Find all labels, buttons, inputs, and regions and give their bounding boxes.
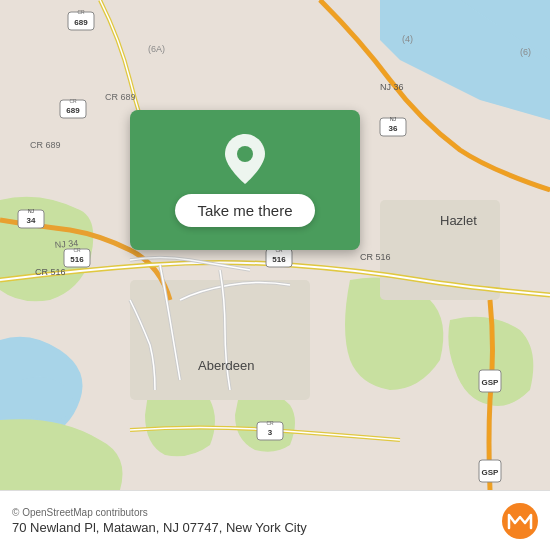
svg-text:(6): (6)	[520, 47, 531, 57]
svg-text:34: 34	[27, 216, 36, 225]
svg-text:NJ: NJ	[390, 116, 397, 122]
svg-text:CR 516: CR 516	[360, 252, 391, 262]
svg-text:NJ 36: NJ 36	[380, 82, 404, 92]
svg-text:36: 36	[389, 124, 398, 133]
svg-text:GSP: GSP	[482, 378, 500, 387]
svg-text:NJ: NJ	[28, 208, 35, 214]
address-text: 70 Newland Pl, Matawan, NJ 07747, New Yo…	[12, 520, 307, 535]
svg-text:689: 689	[74, 18, 88, 27]
moovit-logo	[502, 503, 538, 539]
bottom-info: © OpenStreetMap contributors 70 Newland …	[12, 507, 307, 535]
svg-text:(4): (4)	[402, 34, 413, 44]
svg-point-39	[237, 146, 253, 162]
popup-panel: Take me there	[130, 110, 360, 250]
svg-text:516: 516	[272, 255, 286, 264]
svg-text:GSP: GSP	[482, 468, 500, 477]
svg-text:CR: CR	[77, 9, 85, 15]
bottom-bar: © OpenStreetMap contributors 70 Newland …	[0, 490, 550, 550]
map-container: NJ 34 CR 689 CR 689 CR 516 CR 516 (6A) (…	[0, 0, 550, 490]
svg-text:CR 689: CR 689	[105, 92, 136, 102]
take-me-there-button[interactable]: Take me there	[175, 194, 314, 227]
moovit-icon	[502, 503, 538, 539]
svg-text:Hazlet: Hazlet	[440, 213, 477, 228]
svg-text:CR 689: CR 689	[30, 140, 61, 150]
osm-credit: © OpenStreetMap contributors	[12, 507, 307, 518]
svg-rect-1	[130, 280, 310, 400]
svg-text:CR: CR	[266, 420, 274, 426]
svg-text:CR: CR	[69, 98, 77, 104]
svg-point-40	[502, 503, 538, 539]
svg-text:(6A): (6A)	[148, 44, 165, 54]
svg-text:516: 516	[70, 255, 84, 264]
svg-text:CR: CR	[73, 247, 81, 253]
svg-text:3: 3	[268, 428, 273, 437]
location-pin-icon	[225, 134, 265, 184]
svg-text:CR 516: CR 516	[35, 267, 66, 277]
svg-text:689: 689	[66, 106, 80, 115]
svg-text:Aberdeen: Aberdeen	[198, 358, 254, 373]
